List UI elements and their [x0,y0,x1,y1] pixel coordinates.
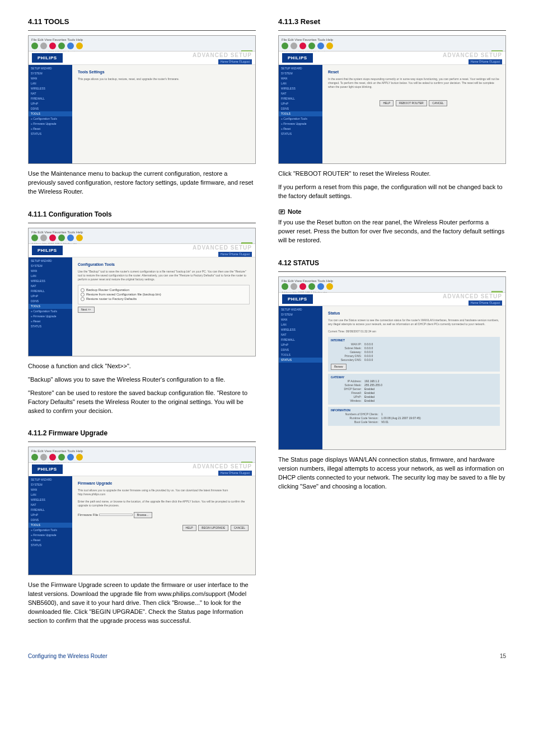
body-text: Choose a function and click "Next>>". [28,362,256,371]
home-logout-link: Home ©Home ©Logout [218,59,252,64]
section-4111-title: 4.11.1 Configuration Tools [28,210,256,219]
radio-icon [81,288,85,292]
screenshot-firmware: File Edit View Favorites Tools Help Addr… [28,447,256,575]
body-text: Use the Firmware Upgrade screen to updat… [28,581,256,626]
page-footer: Configuring the Wireless Router 15 [28,652,506,660]
philips-logo: PHILIPS [32,53,63,63]
rule [278,30,506,31]
body-text: Click "REBOOT ROUTER" to reset the Wirel… [278,170,506,179]
help-button: HELP [380,100,394,106]
sidebar-item: » Configuration Tools [29,116,72,121]
stop-icon [49,43,56,49]
app-header: PHILIPS ADVANCED SETUP Home ©Home ©Logou… [29,51,255,65]
note-icon [278,208,285,215]
screenshot-status: File Edit View Favorites Tools Help Addr… [278,276,506,450]
body-text: "Backup" allows you to save the Wireless… [28,375,256,384]
section-411-title: 4.11 TOOLS [28,17,256,27]
body-text: Use the Maintenance menu to backup the c… [28,170,256,196]
reboot-router-button: REBOOT ROUTER [396,100,427,106]
section-4112-title: 4.11.2 Firmware Upgrade [28,429,256,438]
note-heading: Note [278,208,506,216]
information-heading: INFORMATION [331,408,497,412]
sidebar-item: NAT [29,91,72,96]
sidebar-item: SETUP WIZARD [29,66,72,71]
browser-toolbar [31,43,252,49]
help-button: HELP [182,525,196,531]
screenshot-tools: File Edit View Favorites Tools Help Addr… [28,35,256,164]
sidebar-nav: SETUP WIZARD SYSTEM WAN LAN WIRELESS NAT… [29,65,72,163]
note-label: Note [288,208,301,216]
rule [278,271,506,272]
opt-backup: Backup Router Configuration [86,288,129,292]
screenshot-config-tools: File Edit View Favorites Tools Help Addr… [28,228,256,356]
home-icon [67,43,74,49]
panel-text: This page allows you to backup, restore,… [78,77,250,81]
radio-icon [81,297,85,301]
panel-title: Tools Settings [78,69,250,75]
internet-block: INTERNET WAN IP:0.0.0.0 Subnet Mask:0.0.… [328,337,500,372]
sidebar-item: WAN [29,76,72,81]
browser-chrome: File Edit View Favorites Tools Help Addr… [29,228,255,244]
browser-menu: File Edit View Favorites Tools Help [31,37,252,42]
refresh-icon [58,43,65,49]
cancel-button: CANCEL [231,525,249,531]
sidebar-item: FIREWALL [29,96,72,101]
back-icon [31,43,38,49]
footer-section-name: Configuring the Wireless Router [28,652,107,660]
rule [28,223,256,223]
information-block: INFORMATION Numbers of DHCP Clients:1 Ru… [328,407,500,426]
sidebar-nav: SETUP WIZARDSYSTEMWANLANWIRELESSNATFIREW… [29,257,72,356]
opt-restore: Restore from saved Configuration file (b… [86,293,161,296]
note-text: If you use the Reset button on the rear … [278,218,506,245]
advanced-setup-label: ADVANCED SETUP [193,51,252,59]
rule [28,30,256,31]
renew-button: Renew [331,364,346,370]
radio-icon [81,293,85,297]
sidebar-item-tools: TOOLS [29,111,72,116]
body-text: The Status page displays WAN/LAN connect… [278,456,506,491]
sidebar-item: » Firmware Upgrade [29,121,72,126]
sidebar-item: UPnP [29,101,72,106]
tools-panel: Tools Settings This page allows you to b… [72,65,255,163]
screenshot-reset: File Edit View Favorites Tools Help Addr… [278,35,506,164]
sidebar-item: DDNS [29,106,72,111]
sidebar-item: LAN [29,81,72,86]
sidebar-item: » Reset [29,126,72,132]
sidebar-item: STATUS [29,132,72,137]
gateway-heading: GATEWAY [331,375,497,379]
opt-defaults: Restore router to Factory Defaults [86,297,137,300]
sidebar-item: SYSTEM [29,71,72,76]
status-panel: Status You can use the Status screen to … [322,306,505,449]
current-time-label: Current Time: [328,330,345,333]
body-text: If you perform a reset from this page, t… [278,183,506,201]
begin-upgrade-button: BEGIN UPGRADE [198,525,228,531]
fav-icon [76,43,83,49]
page-number: 15 [500,652,506,660]
section-412-title: 4.12 STATUS [278,259,506,268]
fwd-icon [40,43,47,49]
current-time-value: 08/08/2007 01:32:34 am [346,330,376,333]
sidebar-item: WIRELESS [29,86,72,91]
rule [28,442,256,442]
config-tools-panel: Configuration Tools Use the "Backup" too… [72,257,255,356]
internet-heading: INTERNET [331,339,497,342]
firmware-file-label: Firmware File [78,513,98,516]
body-text: "Restore" can be used to restore the sav… [28,389,256,416]
philips-logo: PHILIPS [32,246,63,255]
reset-panel: Reset In the event that the system stops… [322,65,505,163]
section-4113-title: 4.11.3 Reset [278,17,506,27]
browser-chrome: File Edit View Favorites Tools Help Addr… [29,36,255,51]
next-button: Next >> [78,307,95,313]
gateway-block: GATEWAY IP Address:192.168.1.2 Subnet Ma… [328,374,500,405]
firmware-panel: Firmware Upgrade This tool allows you to… [72,476,255,575]
firmware-file-field [99,514,133,516]
cancel-button: CANCEL [429,100,447,106]
browse-button: Browse... [134,512,152,518]
